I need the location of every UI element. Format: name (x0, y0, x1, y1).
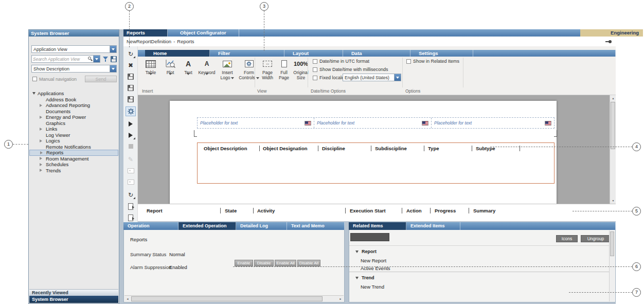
fixed-locale-checkbox-row[interactable]: Fixed locale (313, 75, 344, 80)
chevron-right-icon[interactable] (40, 163, 42, 166)
checkbox-icon[interactable] (313, 59, 317, 64)
snapshot-button[interactable] (126, 166, 136, 175)
related-group-report[interactable]: Report (355, 249, 377, 254)
tree-item-reports[interactable]: Reports (29, 150, 118, 156)
execution-column-header[interactable]: Activity (257, 208, 275, 213)
table-column-header[interactable]: Object Designation (263, 146, 308, 151)
tree-item-schedules[interactable]: Schedules (29, 162, 118, 168)
insert-text-button[interactable]: A Text (181, 58, 195, 80)
ungroup-button[interactable]: Ungroup (581, 235, 611, 242)
save-as-button[interactable] (126, 83, 136, 93)
filter-icon[interactable] (102, 56, 109, 62)
chevron-down-icon[interactable] (32, 92, 35, 95)
insert-logo-button[interactable]: Insert Logo (218, 58, 237, 80)
tab-extended-operation[interactable]: Extended Operation (178, 222, 236, 230)
language-flag-icon[interactable] (305, 121, 311, 126)
enable-all-button[interactable]: Enable All (275, 260, 296, 266)
settings-button[interactable] (126, 106, 136, 116)
chevron-right-icon[interactable] (40, 104, 42, 107)
report-page[interactable]: Placeholder for text Placeholder for tex… (170, 101, 557, 204)
pin-icon[interactable] (605, 40, 612, 43)
scrollbar-thumb[interactable] (610, 231, 614, 256)
ribbon-tab-filter[interactable]: Filter (210, 50, 284, 57)
tab-detailed-log[interactable]: Detailed Log (236, 222, 287, 230)
breadcrumb-item-reports[interactable]: Reports (177, 39, 194, 44)
save-search-icon[interactable] (111, 56, 117, 62)
search-input[interactable] (32, 57, 88, 62)
save-all-button[interactable] (126, 94, 136, 104)
locale-dropdown[interactable]: English (United States) (343, 74, 401, 81)
tab-text-and-memo[interactable]: Text and Memo (287, 222, 345, 230)
tab-operation[interactable]: Operation (123, 222, 178, 230)
table-column-header[interactable]: Discipline (322, 146, 345, 151)
chevron-right-icon[interactable] (40, 151, 43, 154)
tree-item-advanced-reporting[interactable]: Advanced Reporting (29, 102, 118, 109)
tab-extended-items[interactable]: Extended Items (406, 222, 460, 230)
ribbon-tab-settings[interactable]: Settings (410, 50, 473, 57)
tab-object-configurator[interactable]: Object Configurator (168, 29, 239, 37)
text-placeholder[interactable]: Placeholder for text (432, 118, 554, 128)
scroll-down-icon[interactable]: ▼ (610, 198, 616, 204)
table-column-header[interactable]: Type (428, 146, 439, 151)
milliseconds-checkbox-row[interactable]: Show Date/time with milliseconds (313, 67, 388, 72)
chevron-right-icon[interactable] (40, 116, 42, 119)
form-controls-button[interactable]: Form Controls (238, 58, 260, 80)
checkbox-icon[interactable] (313, 67, 317, 72)
chevron-right-icon[interactable] (40, 139, 42, 142)
disable-button[interactable]: Disable (254, 260, 274, 266)
show-description-dropdown[interactable]: Show Description (31, 65, 117, 73)
tree-item-links[interactable]: Links (29, 126, 118, 132)
tree-item-applications[interactable]: Applications (29, 91, 118, 97)
chevron-right-icon[interactable] (40, 157, 42, 160)
run-report-button[interactable] (126, 119, 136, 129)
tree-item-log-viewer[interactable]: Log Viewer (29, 132, 118, 138)
ribbon-tab-data[interactable]: Data (343, 50, 410, 57)
breadcrumb-item-definition[interactable]: NewReportDefinition (127, 39, 171, 44)
disable-all-button[interactable]: Disable All (297, 260, 320, 266)
tree-item-graphics[interactable]: Graphics (29, 120, 118, 127)
checkbox-icon[interactable] (313, 76, 317, 80)
text-placeholder[interactable]: Placeholder for text (198, 118, 314, 128)
canvas-vertical-scrollbar[interactable]: ▲ ▼ (610, 95, 616, 204)
scrollbar-thumb[interactable] (131, 296, 323, 301)
export-document-button[interactable] (126, 202, 136, 211)
tree-item-documents[interactable]: Documents (29, 109, 118, 115)
chevron-down-icon[interactable] (355, 251, 359, 253)
enable-button[interactable]: Enable (235, 260, 253, 266)
export-document-as-button[interactable] (126, 213, 136, 223)
dropdown-arrow-icon[interactable] (394, 74, 401, 81)
tree-item-remote-notifications[interactable]: Remote Notifications (29, 144, 118, 150)
language-flag-icon[interactable] (545, 121, 551, 126)
chevron-down-icon[interactable] (355, 277, 359, 279)
related-group-trend[interactable]: Trend (355, 275, 374, 280)
related-filter-field[interactable] (350, 233, 389, 241)
save-button[interactable] (126, 71, 136, 81)
recurring-run-button[interactable]: ↻ (126, 190, 136, 200)
refresh-report-button[interactable]: ↻ (126, 49, 136, 59)
scroll-left-icon[interactable]: ◄ (124, 296, 131, 302)
ribbon-tab-layout[interactable]: Layout (284, 50, 343, 57)
dropdown-arrow-icon[interactable] (110, 65, 116, 72)
operation-horizontal-scrollbar[interactable]: ◄ ► (124, 295, 344, 301)
show-in-related-items-checkbox-row[interactable]: Show in Related Items (406, 59, 459, 64)
ribbon-tab-home[interactable]: Home (145, 50, 210, 57)
cancel-button[interactable]: ✖ (126, 60, 136, 70)
tab-related-items[interactable]: Related Items (349, 222, 406, 230)
execution-column-header[interactable]: Summary (473, 208, 495, 213)
search-icon[interactable] (88, 57, 93, 62)
chevron-right-icon[interactable] (40, 169, 42, 172)
tree-item-room-management[interactable]: Room Management (29, 156, 118, 162)
snapshot-export-button[interactable] (126, 177, 136, 187)
tree-item-address-book[interactable]: Address Book (29, 97, 118, 103)
tree-item-energy-and-power[interactable]: Energy and Power (29, 114, 118, 120)
related-item-new-trend[interactable]: New Trend (361, 284, 384, 290)
text-placeholder[interactable]: Placeholder for text (314, 118, 432, 128)
table-column-header[interactable]: Subdiscipline (375, 146, 407, 151)
design-canvas[interactable]: Placeholder for text Placeholder for tex… (138, 95, 616, 204)
execution-column-header[interactable]: Action (406, 208, 422, 213)
insert-keyword-button[interactable]: A Keyword (196, 58, 217, 80)
original-size-button[interactable]: 100% Original Size (292, 58, 310, 80)
related-item-new-report[interactable]: New Report (361, 258, 386, 263)
insert-plot-button[interactable]: Plot (162, 58, 179, 80)
manual-navigation-checkbox[interactable] (32, 77, 37, 81)
